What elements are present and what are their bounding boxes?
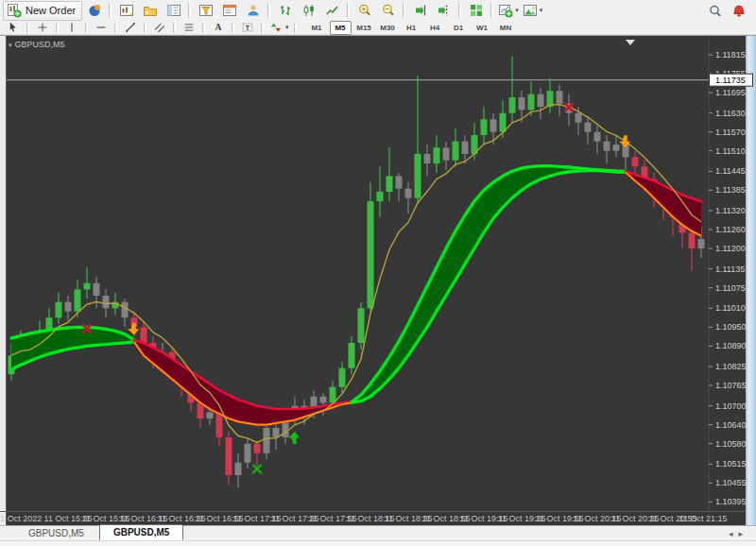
text-label-tool-button[interactable]: T [238,21,257,35]
navigator-icon [222,3,237,18]
templates-button[interactable]: ▾ [522,1,544,21]
profiles-button[interactable] [139,1,161,21]
timeframe-h4-button[interactable]: H4 [424,21,446,35]
notifications-button[interactable] [728,1,749,21]
svg-text:1.11200: 1.11200 [715,244,746,253]
templates-icon [523,3,538,18]
status-bar: ▾ Balance: 3 021.86 USD Equity: 3 021.86… [0,540,756,546]
cursor-tool-button[interactable] [4,21,23,35]
svg-text:1.10765: 1.10765 [715,381,747,390]
svg-text:1.10640: 1.10640 [715,420,747,430]
price-chart-canvas[interactable]: 1.118151.117551.116951.116301.115701.115… [0,36,756,526]
vertical-line-tool-button[interactable] [62,21,81,35]
timeframe-h1-button[interactable]: H1 [401,21,422,35]
svg-text:1.11695: 1.11695 [715,88,746,97]
tile-windows-icon [469,3,484,18]
timeframe-m1-button[interactable]: M1 [306,21,328,35]
svg-text:1.11135: 1.11135 [715,264,745,274]
toolbar-separator [85,23,88,33]
time-axis[interactable]: 11 Oct 202211 Oct 15:3511 Oct 15:5511 Oc… [0,512,746,524]
chart-tab-bar: GBPUSD,M5GBPUSD,M5 ◂▸ [0,525,756,540]
crosshair-tool-button[interactable] [33,21,52,35]
candlestick-chart-button[interactable] [298,1,319,21]
chart-tab-1[interactable]: GBPUSD,M5 [99,524,183,540]
svg-text:1.10455: 1.10455 [715,478,747,487]
indicators-button[interactable]: ▾ [497,1,520,21]
svg-text:A: A [215,22,222,32]
svg-text:1.11075: 1.11075 [715,283,746,293]
chart-shift-button[interactable] [433,1,455,21]
market-watch-icon [166,3,181,18]
svg-text:11 Oct 2022: 11 Oct 2022 [0,514,42,523]
collapse-triangle-icon: ▾ [9,42,12,48]
terminal-button[interactable] [242,1,264,21]
svg-text:1.10395: 1.10395 [715,497,747,506]
navigator-button[interactable] [218,1,240,21]
new-order-label: New Order [26,5,76,16]
line-chart-button[interactable] [321,1,343,21]
toolbar-separator [56,23,59,33]
timeframe-w1-button[interactable]: W1 [472,21,493,35]
timeframe-d1-button[interactable]: D1 [448,21,470,35]
svg-text:1.10700: 1.10700 [715,401,747,411]
trendline-icon [125,22,137,34]
toolbar-separator [173,23,176,33]
svg-text:1.10580: 1.10580 [715,439,747,449]
new-chart-button[interactable] [115,1,137,21]
zoom-in-button[interactable] [353,1,375,21]
zoom-in-icon [357,3,372,18]
toolbar-separator [188,3,191,18]
svg-text:1.11260: 1.11260 [715,225,746,234]
svg-text:1.10825: 1.10825 [715,362,747,371]
timeframe-m5-button[interactable]: M5 [330,21,352,35]
toolbar-separator [490,3,493,18]
svg-text:1.11320: 1.11320 [715,206,746,215]
market-watch-button[interactable] [163,1,184,21]
svg-text:11 Oct 21:15: 11 Oct 21:15 [679,514,728,523]
toolbar-separator [347,3,350,18]
fibonacci-tool-button[interactable] [180,21,198,35]
toolbar-separator [267,3,270,18]
new-order-button[interactable]: New Order [3,1,82,21]
fibonacci-icon [183,22,196,34]
timeframe-mn-button[interactable]: MN [495,21,517,35]
toolbar-separator [232,23,234,33]
candlestick-chart-icon [301,3,317,18]
horizontal-line-tool-button[interactable] [92,21,111,35]
auto-scroll-button[interactable] [409,1,431,21]
metaquotes-icon [87,3,102,18]
svg-text:1.11570: 1.11570 [715,128,746,137]
zoom-out-button[interactable] [377,1,399,21]
shapes-tool-button[interactable]: ▾ [267,21,290,35]
search-button[interactable] [704,1,726,21]
trendline-tool-button[interactable] [121,21,140,35]
data-window-button[interactable] [195,1,216,21]
tile-windows-button[interactable] [465,1,487,21]
chart-window[interactable]: ▾GBPUSD,M5 1.118151.117551.116951.116301… [0,35,756,525]
timeframe-m15-button[interactable]: M15 [353,21,375,35]
chart-tab-0[interactable]: GBPUSD,M5 [15,527,97,540]
text-tool-button[interactable]: A [209,21,228,35]
svg-text:1.11815: 1.11815 [715,50,746,60]
svg-text:1.11630: 1.11630 [715,109,746,118]
vertical-scrollbar[interactable] [746,36,756,526]
data-window-icon [198,3,214,18]
toolbar-separator [458,3,461,18]
equidistant-channel-tool-button[interactable] [150,21,169,35]
svg-text:1.10950: 1.10950 [715,322,747,332]
shapes-icon [270,22,283,34]
horizontal-line-icon [95,22,108,34]
timeframe-m30-button[interactable]: M30 [377,21,399,35]
chart-shift-icon [437,3,452,18]
bar-chart-button[interactable] [274,1,296,21]
svg-text:1.10515: 1.10515 [715,459,747,469]
svg-text:1.10890: 1.10890 [715,341,747,350]
tab-scroll-arrows[interactable]: ◂▸ [729,529,748,538]
search-icon [708,4,723,19]
svg-text:T: T [246,24,250,32]
svg-text:1.11010: 1.11010 [715,303,746,313]
new-chart-icon [119,3,134,18]
hline-price-tag: 1.11735 [715,76,746,85]
metaquotes-button[interactable] [83,1,105,21]
chart-symbol-label: ▾GBPUSD,M5 [9,40,65,49]
